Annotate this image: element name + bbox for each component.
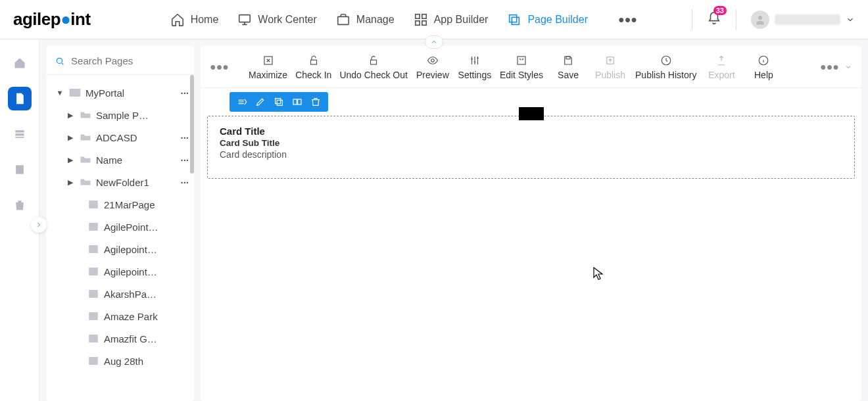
rail-layouts[interactable] (8, 122, 32, 146)
tree-page[interactable]: AkarshPa… (51, 283, 191, 305)
tb-label: Edit Styles (500, 70, 543, 80)
svg-rect-3 (422, 14, 425, 18)
svg-point-8 (758, 16, 762, 20)
nav-label: App Builder (434, 14, 489, 26)
page-icon (87, 222, 100, 232)
rail-expand-button[interactable] (31, 217, 47, 233)
tree-page[interactable]: Amaze Park (51, 305, 191, 327)
tb-undo-checkout[interactable]: Undo Check Out (339, 54, 408, 80)
rail-trash[interactable] (8, 193, 32, 217)
rail-pages[interactable] (8, 87, 32, 110)
divider (692, 9, 692, 30)
tb-save[interactable]: Save (551, 54, 585, 80)
tree-page[interactable]: Amazfit G… (51, 327, 191, 350)
page-icon (87, 311, 100, 321)
tb-help[interactable]: Help (746, 54, 781, 80)
svg-rect-39 (518, 57, 525, 64)
nav-page-builder[interactable]: Page Builder (506, 12, 588, 28)
svg-rect-14 (17, 168, 22, 169)
tree-label: NewFolder1 (96, 177, 149, 188)
caret-right-icon: ▶ (66, 178, 75, 187)
page-icon (87, 333, 100, 344)
widget-duplicate-icon[interactable] (291, 96, 303, 108)
notification-badge: 33 (713, 6, 727, 15)
toolbar-overflow[interactable]: ●●● (820, 61, 852, 73)
tb-checkin[interactable]: Check In (295, 54, 331, 80)
nav-home[interactable]: Home (170, 12, 219, 28)
widget-copy-icon[interactable] (273, 96, 285, 108)
svg-rect-45 (276, 99, 281, 104)
toolbar-menu-icon[interactable]: ●●● (210, 61, 229, 73)
global-header: agilep●int Home Work Center Manage App B… (0, 0, 868, 39)
collapse-header-button[interactable] (425, 35, 443, 49)
notifications-button[interactable]: 33 (707, 11, 721, 28)
tb-publish-history[interactable]: Publish History (635, 54, 696, 80)
tree-folder[interactable]: ▶ADCASD··· (51, 126, 191, 149)
copy-icon (506, 12, 522, 28)
svg-rect-44 (277, 100, 282, 105)
design-canvas[interactable]: Card Title Card Sub Title Card descripti… (201, 88, 861, 401)
portal-icon (68, 87, 82, 98)
tb-preview[interactable]: Preview (416, 54, 450, 80)
tree-label: AgilePoint… (104, 222, 158, 233)
svg-rect-34 (91, 357, 98, 365)
tree-label: Amaze Park (104, 311, 158, 322)
widget-move-icon[interactable] (236, 96, 248, 108)
tree-label: Aug 28th (104, 356, 143, 367)
eye-icon (427, 54, 439, 67)
tree-page[interactable]: Agilepoint… (51, 260, 191, 283)
divider (736, 9, 736, 30)
selection-handle[interactable] (519, 107, 544, 120)
chevron-down-icon (844, 63, 852, 71)
card-subtitle: Card Sub Title (220, 138, 842, 148)
tb-settings[interactable]: Settings (458, 54, 492, 80)
tree-root-myportal[interactable]: ▼ MyPortal ··· (51, 82, 191, 104)
tree-page[interactable]: Aug 28th (51, 350, 191, 372)
tree-folder[interactable]: ▶NewFolder1··· (51, 171, 191, 193)
nav-label: Manage (356, 14, 395, 26)
tree-page[interactable]: 21MarPage (51, 193, 191, 216)
tb-maximize[interactable]: Maximize (249, 54, 287, 80)
tb-edit-styles[interactable]: Edit Styles (500, 54, 543, 80)
tree-label: ADCASD (96, 132, 137, 143)
tree-folder[interactable]: ▶Name··· (51, 149, 191, 171)
tree-label: Agilepoint… (104, 266, 157, 277)
page-icon (87, 199, 100, 210)
svg-rect-40 (566, 57, 570, 59)
nav-app-builder[interactable]: App Builder (413, 12, 489, 28)
folder-icon (79, 110, 92, 120)
rail-home[interactable] (8, 51, 32, 75)
svg-rect-36 (310, 60, 316, 64)
rail-components[interactable] (8, 158, 32, 181)
search-pages-input[interactable] (71, 55, 185, 66)
tb-label: Help (754, 70, 773, 80)
node-menu-icon[interactable]: ··· (180, 177, 191, 188)
svg-rect-22 (91, 223, 98, 231)
svg-rect-1 (338, 16, 349, 24)
tree-page[interactable]: AgilePoint… (51, 216, 191, 238)
caret-right-icon: ▶ (66, 111, 75, 120)
tree-folder[interactable]: ▶Sample P… (51, 104, 191, 126)
nav-more-icon[interactable]: ●●● (618, 14, 637, 26)
nav-manage[interactable]: Manage (335, 12, 395, 28)
workspace: ▼ MyPortal ··· ▶Sample P… ▶ADCASD··· ▶Na… (0, 39, 868, 401)
card-widget[interactable]: Card Title Card Sub Title Card descripti… (207, 116, 855, 179)
tb-publish: Publish (593, 54, 627, 80)
scrollbar-thumb[interactable] (190, 75, 194, 174)
nav-work-center[interactable]: Work Center (237, 12, 317, 28)
user-menu[interactable] (751, 11, 855, 29)
home-icon (170, 12, 185, 28)
widget-edit-icon[interactable] (254, 96, 266, 108)
page-icon (87, 266, 100, 277)
tree-page[interactable]: Agilepoint… (51, 238, 191, 260)
svg-rect-24 (91, 245, 98, 253)
widget-action-bar (229, 92, 328, 112)
svg-rect-6 (512, 17, 519, 24)
logo-text: agilep●int (13, 9, 91, 30)
avatar-icon (751, 11, 769, 29)
logo[interactable]: agilep●int (13, 9, 91, 30)
maximize-icon (262, 54, 274, 67)
tb-label: Publish History (635, 70, 696, 80)
search-row (46, 46, 194, 75)
widget-delete-icon[interactable] (310, 96, 322, 108)
